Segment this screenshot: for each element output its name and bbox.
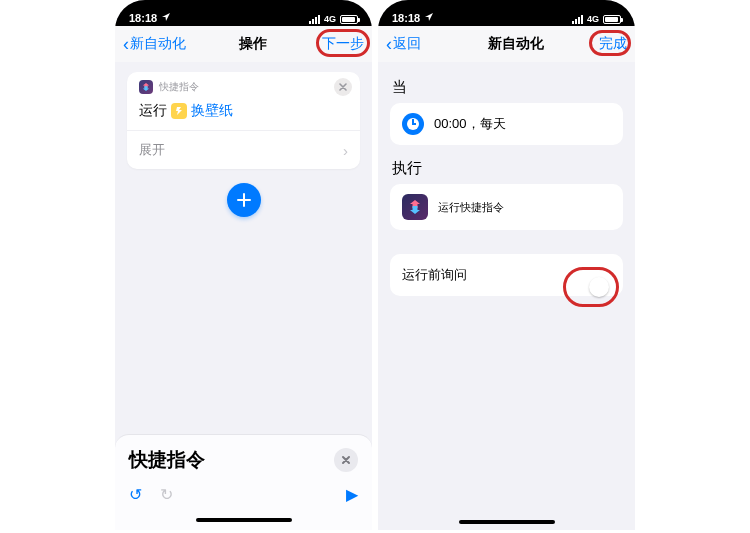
do-group: 运行快捷指令 — [390, 184, 623, 230]
shortcut-chip-icon — [171, 103, 187, 119]
card-header-label: 快捷指令 — [159, 80, 199, 94]
battery-icon — [603, 15, 621, 24]
shortcuts-drawer[interactable]: 快捷指令 ↺ ↻ ▶ — [115, 434, 372, 530]
back-button[interactable]: ‹ 新自动化 — [123, 35, 195, 53]
nav-title: 新自动化 — [458, 35, 573, 53]
ask-before-run-label: 运行前询问 — [402, 266, 467, 284]
drawer-close-button[interactable] — [334, 448, 358, 472]
next-label: 下一步 — [322, 35, 364, 51]
schedule-cell[interactable]: 00:00，每天 — [390, 103, 623, 145]
done-label: 完成 — [599, 35, 627, 51]
run-shortcut-cell[interactable]: 运行快捷指令 — [390, 184, 623, 230]
close-icon — [341, 455, 351, 465]
chevron-right-icon: › — [343, 142, 348, 159]
do-section-title: 执行 — [392, 159, 623, 178]
location-icon — [161, 12, 171, 24]
status-time: 18:18 — [392, 12, 420, 24]
redo-button: ↻ — [160, 485, 173, 504]
undo-button[interactable]: ↺ — [129, 485, 142, 504]
run-label: 运行 — [139, 102, 167, 120]
close-icon — [339, 83, 347, 91]
expand-row[interactable]: 展开 › — [127, 130, 360, 169]
home-indicator[interactable] — [196, 518, 292, 522]
when-section-title: 当 — [392, 78, 623, 97]
shortcuts-app-icon — [139, 80, 153, 94]
status-bar: 18:18 4G — [378, 0, 635, 26]
back-label: 返回 — [393, 35, 421, 53]
expand-label: 展开 — [139, 141, 165, 159]
run-button[interactable]: ▶ — [346, 485, 358, 504]
ask-before-run-row: 运行前询问 — [390, 254, 623, 296]
chevron-left-icon: ‹ — [386, 35, 392, 53]
clock-icon — [402, 113, 424, 135]
home-indicator[interactable] — [459, 520, 555, 524]
nav-bar: ‹ 新自动化 操作 下一步 — [115, 26, 372, 62]
done-button[interactable]: 完成 — [573, 35, 627, 53]
network-label: 4G — [587, 14, 599, 24]
nav-title: 操作 — [195, 35, 310, 53]
chevron-left-icon: ‹ — [123, 35, 129, 53]
phone-actions-screen: 18:18 4G ‹ 新自动化 操作 下一步 — [115, 0, 372, 530]
when-group: 00:00，每天 — [390, 103, 623, 145]
status-bar: 18:18 4G — [115, 0, 372, 26]
back-label: 新自动化 — [130, 35, 186, 53]
remove-action-button[interactable] — [334, 78, 352, 96]
back-button[interactable]: ‹ 返回 — [386, 35, 458, 53]
status-time: 18:18 — [129, 12, 157, 24]
shortcuts-app-icon — [402, 194, 428, 220]
shortcut-name-link[interactable]: 换壁纸 — [191, 102, 233, 120]
battery-icon — [340, 15, 358, 24]
signal-icon — [309, 15, 320, 24]
run-shortcut-label: 运行快捷指令 — [438, 200, 504, 215]
next-button[interactable]: 下一步 — [310, 35, 364, 53]
phone-automation-summary-screen: 18:18 4G ‹ 返回 新自动化 完成 当 — [378, 0, 635, 530]
add-action-button[interactable] — [227, 183, 261, 217]
location-icon — [424, 12, 434, 24]
drawer-title: 快捷指令 — [129, 447, 334, 473]
signal-icon — [572, 15, 583, 24]
plus-icon — [236, 192, 252, 208]
shortcut-action-card: 快捷指令 运行 换壁纸 展开 › — [127, 72, 360, 169]
schedule-label: 00:00，每天 — [434, 115, 506, 133]
network-label: 4G — [324, 14, 336, 24]
nav-bar: ‹ 返回 新自动化 完成 — [378, 26, 635, 62]
